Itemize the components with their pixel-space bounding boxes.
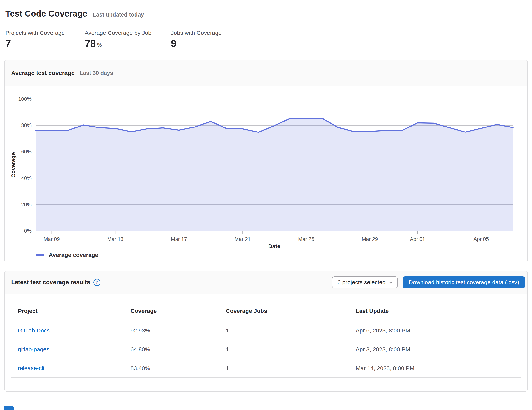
- chart-card-header: Average test coverage Last 30 days: [5, 60, 527, 86]
- x-axis-title: Date: [268, 243, 280, 249]
- cell-last-update: Apr 6, 2023, 8:00 PM: [349, 321, 521, 340]
- cell-coverage-jobs: 1: [219, 340, 349, 359]
- metrics-row: Projects with Coverage 7 Average Coverag…: [5, 30, 528, 49]
- y-tick-label: 0%: [24, 228, 32, 234]
- projects-filter-label: 3 projects selected: [337, 279, 386, 286]
- coverage-area-chart: 0%20%40%60%80%100% Mar 09Mar 13Mar 17Mar…: [5, 86, 528, 250]
- metric-value: 9: [171, 38, 177, 49]
- table-row: GitLab Docs92.93%1Apr 6, 2023, 8:00 PM: [11, 321, 521, 340]
- column-header-coverage: Coverage: [124, 301, 219, 321]
- metric-jobs-with-coverage: Jobs with Coverage 9: [171, 30, 250, 49]
- table-header-row: Project Coverage Coverage Jobs Last Upda…: [11, 301, 521, 321]
- metric-label: Average Coverage by Job: [85, 30, 171, 36]
- x-tick-label: Mar 17: [171, 236, 187, 242]
- chart-body: 0%20%40%60%80%100% Mar 09Mar 13Mar 17Mar…: [5, 86, 527, 262]
- metric-average-coverage-by-job: Average Coverage by Job 78 %: [85, 30, 171, 49]
- metric-value: 7: [5, 38, 11, 49]
- cell-project: release-cli: [11, 359, 124, 378]
- help-question-icon[interactable]: ?: [93, 279, 100, 286]
- chart-card-period: Last 30 days: [80, 70, 113, 76]
- column-header-last-update: Last Update: [349, 301, 521, 321]
- metric-label: Projects with Coverage: [5, 30, 85, 36]
- x-tick-label: Mar 21: [234, 236, 251, 242]
- chevron-down-icon: [389, 280, 392, 283]
- average-test-coverage-card: Average test coverage Last 30 days 0%20%…: [4, 60, 528, 263]
- metric-unit: %: [97, 42, 102, 48]
- x-tick-label: Mar 29: [362, 236, 378, 242]
- projects-filter-dropdown[interactable]: 3 projects selected: [332, 276, 398, 289]
- chart-legend-item[interactable]: Average coverage: [36, 251, 527, 259]
- cell-project: gitlab-pages: [11, 340, 124, 359]
- table-row: release-cli83.40%1Mar 14, 2023, 8:00 PM: [11, 359, 521, 378]
- column-header-project: Project: [11, 301, 124, 321]
- y-tick-label: 100%: [18, 96, 32, 102]
- cell-last-update: Mar 14, 2023, 8:00 PM: [349, 359, 521, 378]
- y-axis-title: Coverage: [10, 152, 16, 178]
- legend-label: Average coverage: [49, 252, 98, 258]
- project-link[interactable]: gitlab-pages: [18, 346, 49, 353]
- project-link[interactable]: GitLab Docs: [18, 327, 50, 334]
- x-tick-label: Apr 01: [410, 236, 425, 242]
- column-header-coverage-jobs: Coverage Jobs: [219, 301, 349, 321]
- table-row: gitlab-pages64.80%1Apr 3, 2023, 8:00 PM: [11, 340, 521, 359]
- results-card-header: Latest test coverage results ? 3 project…: [5, 271, 527, 294]
- cutoff-blue-element[interactable]: [4, 406, 14, 410]
- x-tick-label: Apr 05: [474, 236, 489, 242]
- cell-coverage: 83.40%: [124, 359, 219, 378]
- page-header: Test Code Coverage Last updated today: [5, 9, 528, 18]
- y-tick-label: 80%: [21, 122, 32, 128]
- cell-coverage-jobs: 1: [219, 359, 349, 378]
- cell-project: GitLab Docs: [11, 321, 124, 340]
- y-tick-label: 20%: [21, 202, 32, 208]
- results-table: Project Coverage Coverage Jobs Last Upda…: [11, 301, 521, 378]
- metric-value: 78: [85, 38, 96, 49]
- page-title: Test Code Coverage: [5, 9, 87, 18]
- x-tick-label: Mar 09: [44, 236, 60, 242]
- chart-card-title: Average test coverage: [11, 70, 75, 77]
- project-link[interactable]: release-cli: [18, 365, 44, 371]
- download-csv-button[interactable]: Download historic test coverage data (.c…: [403, 276, 525, 289]
- y-tick-label: 40%: [21, 175, 32, 181]
- results-card-title: Latest test coverage results: [11, 279, 90, 286]
- metric-label: Jobs with Coverage: [171, 30, 250, 36]
- latest-test-coverage-results-card: Latest test coverage results ? 3 project…: [4, 271, 528, 392]
- cell-coverage: 92.93%: [124, 321, 219, 340]
- x-tick-label: Mar 25: [298, 236, 314, 242]
- y-tick-label: 60%: [21, 149, 32, 155]
- x-tick-label: Mar 13: [107, 236, 123, 242]
- cell-coverage-jobs: 1: [219, 321, 349, 340]
- legend-line-swatch: [36, 254, 45, 256]
- cell-coverage: 64.80%: [124, 340, 219, 359]
- metric-projects-with-coverage: Projects with Coverage 7: [5, 30, 85, 49]
- last-updated-text: Last updated today: [93, 11, 144, 18]
- cell-last-update: Apr 3, 2023, 8:00 PM: [349, 340, 521, 359]
- results-table-wrap: Project Coverage Coverage Jobs Last Upda…: [5, 294, 527, 391]
